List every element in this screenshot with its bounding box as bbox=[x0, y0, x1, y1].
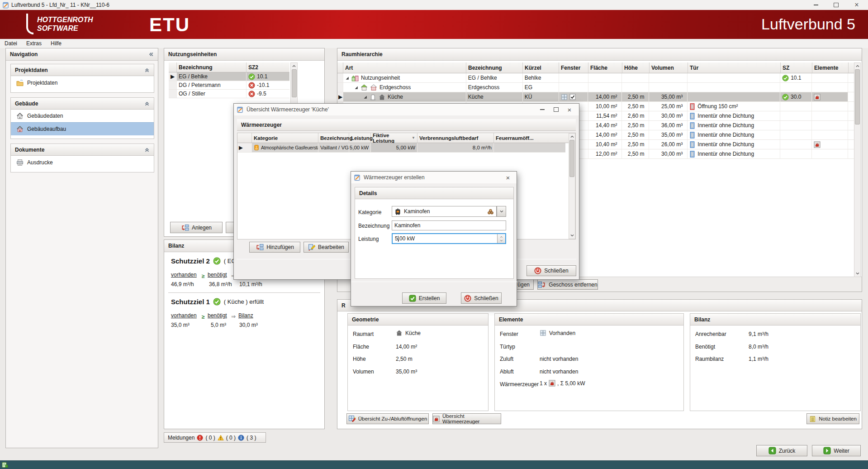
table-row[interactable]: OG / Stiller -9.5 bbox=[169, 90, 289, 98]
column-header-fiktive-leistung[interactable]: Fiktive Leistung ▼ bbox=[371, 133, 417, 143]
table-row[interactable]: ▶ EG / Behlke 10.1 bbox=[169, 72, 289, 81]
check-green-icon bbox=[409, 295, 416, 302]
schliessen-button[interactable]: Schließen bbox=[526, 265, 576, 276]
dialog-list-scrollbar[interactable] bbox=[569, 133, 575, 239]
leistung-label: Leistung bbox=[358, 236, 379, 242]
kueche-house-icon bbox=[379, 94, 385, 100]
column-header-fenster[interactable]: Fenster bbox=[559, 62, 588, 73]
collapse-group-icon[interactable] bbox=[144, 101, 150, 106]
leistung-spinner[interactable] bbox=[497, 234, 505, 243]
schliessen-button[interactable]: Schließen bbox=[461, 292, 502, 304]
raumhierarchie-title: Raumhierarchie bbox=[342, 51, 383, 57]
kategorie-dropdown[interactable]: Kaminofen bbox=[392, 206, 497, 217]
fenster-checkbox-checked[interactable] bbox=[569, 94, 576, 100]
geschoss-entfernen-button[interactable]: Geschoss entfernen bbox=[537, 279, 598, 290]
meldungen-bar[interactable]: Meldungen ( 0 ) ( 0 ) ( 3 ) bbox=[164, 432, 266, 443]
bearbeiten-button[interactable]: Bearbeiten bbox=[304, 242, 349, 253]
leistung-input-focused[interactable]: 5,00 kW bbox=[392, 233, 506, 244]
hinzufuegen-label: Hinzufügen bbox=[266, 244, 294, 250]
collapse-group-icon[interactable] bbox=[144, 147, 150, 153]
column-header-kategorie[interactable]: Kategorie bbox=[252, 133, 318, 143]
dialog-close-icon[interactable]: × bbox=[502, 173, 514, 182]
column-header-bezeichnung[interactable]: Bezeichnung bbox=[318, 133, 349, 143]
hinzufuegen-button[interactable]: Hinzufügen bbox=[249, 242, 300, 253]
wood-logs-icon bbox=[487, 208, 494, 215]
tuer-cell: Innentür ohne Dichtung bbox=[697, 113, 754, 119]
floor-house-outline-icon bbox=[370, 84, 377, 91]
waermeerzeuger-row-selected[interactable]: ▶ Atmosphärische Gasfeuerstätte Vaillant… bbox=[237, 143, 565, 153]
weiter-button[interactable]: Weiter bbox=[812, 445, 861, 456]
column-header-verbrennungsluftbedarf[interactable]: Verbrennungsluftbedarf bbox=[417, 133, 494, 143]
column-header-elemente[interactable]: Elemente bbox=[812, 62, 849, 73]
menu-datei[interactable]: Datei bbox=[0, 40, 22, 47]
flaeche-cell: 10,40 m² bbox=[588, 140, 622, 149]
menu-extras[interactable]: Extras bbox=[22, 40, 46, 47]
dialog-maximize-icon[interactable] bbox=[549, 105, 563, 114]
spin-down-icon[interactable] bbox=[499, 239, 503, 242]
folder-icon bbox=[16, 79, 24, 86]
erstellen-button[interactable]: Erstellen bbox=[402, 292, 446, 304]
raumbilanz-label: Raumbilanz bbox=[695, 356, 724, 362]
column-header-bezeichnung[interactable]: Bezeichnung bbox=[177, 62, 247, 72]
power-red-icon bbox=[534, 267, 541, 274]
column-header-flaeche[interactable]: Fläche bbox=[588, 62, 622, 73]
scroll-up-icon[interactable] bbox=[570, 134, 574, 139]
column-header-sz[interactable]: SZ bbox=[781, 62, 812, 73]
sidebar-item-ausdrucke[interactable]: Ausdrucke bbox=[11, 156, 154, 169]
kategorie-dropdown-arrow[interactable] bbox=[497, 206, 506, 217]
tree-row-nutzungseinheit[interactable]: Nutzungseinheit EG / Behlke Behlke 10.1 bbox=[337, 73, 854, 83]
expander-icon[interactable] bbox=[363, 95, 367, 99]
bezeichnung-cell: Küche bbox=[466, 92, 523, 101]
column-header-feuerraum[interactable]: Feuerraumöff... bbox=[494, 133, 565, 143]
collapse-sidebar-icon[interactable] bbox=[148, 52, 154, 57]
menu-hilfe[interactable]: Hilfe bbox=[46, 40, 66, 47]
dialog-titlebar[interactable]: Übersicht Wärmeerzeuger 'Küche' × bbox=[234, 104, 579, 115]
scroll-up-icon[interactable] bbox=[855, 64, 860, 68]
schliessen-label: Schließen bbox=[474, 295, 498, 302]
kuerzel-cell: Behlke bbox=[523, 73, 559, 82]
chevron-down-icon bbox=[499, 209, 504, 214]
dialog-minimize-icon[interactable] bbox=[536, 105, 549, 114]
column-header-hoehe[interactable]: Höhe bbox=[622, 62, 650, 73]
column-header-art[interactable]: Art bbox=[343, 62, 466, 73]
expander-icon[interactable] bbox=[345, 76, 349, 80]
flaeche-cell: 14,00 m² bbox=[588, 92, 622, 101]
expander-icon[interactable] bbox=[354, 86, 358, 90]
minimize-button-icon[interactable] bbox=[806, 0, 826, 10]
zurueck-button[interactable]: Zurück bbox=[756, 445, 807, 456]
dialog-titlebar[interactable]: Wärmeerzeuger erstellen × bbox=[351, 172, 517, 183]
column-header-bezeichnung[interactable]: Bezeichnung bbox=[466, 62, 523, 73]
column-header-tuer[interactable]: Tür bbox=[688, 62, 781, 73]
column-header-volumen[interactable]: Volumen bbox=[650, 62, 688, 73]
dialog-title: Übersicht Wärmeerzeuger 'Küche' bbox=[247, 106, 329, 113]
sidebar-item-projektdaten[interactable]: Projektdaten bbox=[11, 76, 154, 90]
uebersicht-waermeerzeuger-button[interactable]: Übersicht Wärmeerzeuger bbox=[432, 413, 501, 424]
column-header-kuerzel[interactable]: Kürzel bbox=[523, 62, 559, 73]
close-button-icon[interactable]: × bbox=[846, 0, 868, 10]
column-header-sz2[interactable]: SZ2 bbox=[247, 62, 289, 72]
edit-icon bbox=[308, 244, 315, 251]
maximize-button-icon[interactable] bbox=[826, 0, 846, 10]
bezeichnung-input[interactable]: Kaminofen bbox=[392, 220, 506, 230]
scroll-down-icon[interactable] bbox=[570, 233, 574, 238]
tree-vertical-scrollbar[interactable] bbox=[854, 62, 861, 277]
raum-bilanz-box: Bilanz bbox=[690, 313, 861, 411]
nav-group-dokumente: Dokumente Ausdrucke bbox=[10, 144, 154, 172]
spin-up-icon[interactable] bbox=[499, 235, 503, 239]
app-icon bbox=[354, 174, 360, 181]
benoetigt-header: benötigt bbox=[208, 312, 227, 319]
sz2-value: 10.1 bbox=[257, 73, 267, 80]
scroll-down-icon[interactable] bbox=[855, 271, 860, 276]
sidebar-item-gebaeudeaufbau[interactable]: Gebäudeaufbau bbox=[11, 122, 154, 135]
uebersicht-zuabluft-button[interactable]: Übersicht Zu-/Abluftöffnungen bbox=[346, 413, 429, 424]
column-header-leistung[interactable]: Leistung bbox=[349, 133, 371, 143]
dialog-close-icon[interactable]: × bbox=[563, 105, 576, 114]
scroll-up-icon[interactable] bbox=[292, 64, 296, 68]
anlegen-button[interactable]: Anlegen bbox=[170, 222, 223, 233]
collapse-group-icon[interactable] bbox=[144, 67, 150, 73]
notiz-bearbeiten-button[interactable]: Notiz bearbeiten bbox=[806, 413, 859, 424]
tree-row-erdgeschoss[interactable]: Erdgeschoss Erdgeschoss EG bbox=[337, 83, 854, 92]
tree-row-kueche-selected[interactable]: ▶ Küche Küche KÜ 14,00 m² 2,50 m 35,00 m… bbox=[337, 92, 854, 102]
table-row[interactable]: DG / Petersmann -10.1 bbox=[169, 81, 289, 90]
sidebar-item-gebaeudedaten[interactable]: Gebäudedaten bbox=[11, 110, 154, 122]
